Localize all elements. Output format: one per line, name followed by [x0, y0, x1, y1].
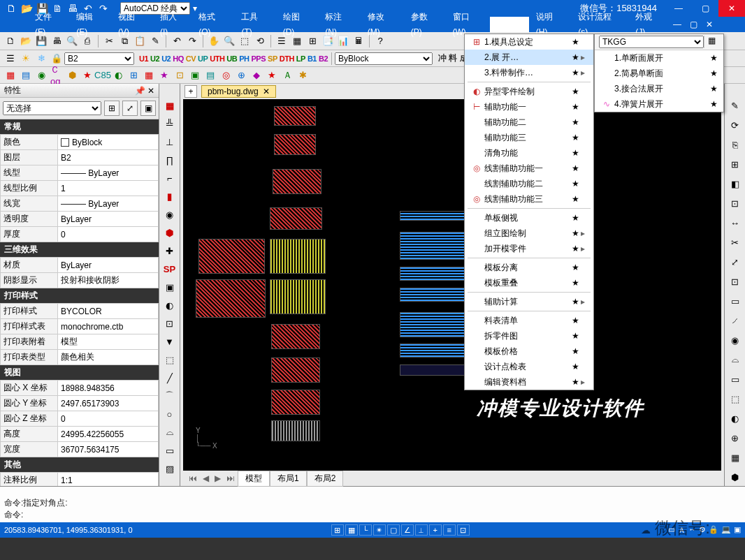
ctx-item[interactable]: 编辑资料档★▸	[465, 374, 593, 390]
vt-arc[interactable]: ⌓	[162, 425, 178, 440]
icon-b2[interactable]: B2	[318, 54, 328, 64]
icon-ph[interactable]: PH	[238, 54, 249, 64]
rt-20[interactable]: ⬢	[728, 469, 743, 485]
close-button[interactable]: ✕	[718, 0, 745, 17]
tb-copy-icon[interactable]: ⧉	[117, 34, 131, 48]
val-h[interactable]: 24995.42256055	[58, 427, 159, 442]
rt-19[interactable]: ▦	[728, 450, 743, 465]
tb-prop-icon[interactable]: ☰	[275, 34, 289, 48]
vt-hatch[interactable]: ▨	[162, 461, 178, 476]
ctx-item[interactable]: 辅助功能二★	[465, 115, 593, 130]
icon-lp[interactable]: LP	[296, 54, 306, 64]
rt-8[interactable]: ✂	[728, 235, 743, 250]
tb-zoomwin-icon[interactable]: ⬚	[238, 34, 252, 48]
icon-hq[interactable]: HQ	[172, 54, 185, 64]
x-btn7[interactable]: C85	[96, 68, 110, 82]
dyn-toggle[interactable]: +	[429, 524, 442, 536]
submenu-item[interactable]: 1.单断面展开★	[595, 50, 723, 66]
x-btn1[interactable]: ▦	[3, 68, 17, 82]
home-tab-icon[interactable]: +	[185, 85, 197, 98]
x-btn14[interactable]: ▤	[203, 68, 217, 82]
ctx-item[interactable]: 组立图绘制★▸	[465, 226, 593, 241]
icon-uth[interactable]: UTH	[209, 54, 225, 64]
x-btn11[interactable]: ★	[157, 68, 171, 82]
lock-toggle[interactable]: 🔒	[709, 525, 718, 536]
close-tab-icon[interactable]: ✕	[263, 87, 270, 96]
val-cz[interactable]: 0	[58, 411, 159, 427]
tkgg-combo[interactable]: TKGG	[599, 36, 704, 48]
rt-13[interactable]: ◉	[728, 332, 743, 348]
vt-14[interactable]: ▼	[162, 334, 178, 349]
vt-12[interactable]: ◐	[162, 297, 178, 313]
otrack-toggle[interactable]: ∠	[401, 524, 414, 536]
x-btn3[interactable]: ◉	[34, 68, 48, 82]
doc-max-icon[interactable]: ▢	[686, 20, 702, 29]
vt-rect[interactable]: ▭	[162, 443, 178, 458]
rt-18[interactable]: ⊕	[728, 430, 743, 445]
rt-2[interactable]: ⟳	[728, 117, 743, 133]
icon-pps[interactable]: PPS	[251, 54, 267, 64]
ctx-item[interactable]: 设计点检表★	[465, 359, 593, 374]
ctx-item[interactable]: 辅助计算★▸	[465, 294, 593, 309]
val-ltype[interactable]: ——— ByLayer	[58, 165, 159, 181]
ortho-toggle[interactable]: └	[359, 524, 372, 536]
ctx-item[interactable]: 模板分离★	[465, 260, 593, 275]
rt-7[interactable]: ↔	[728, 215, 743, 230]
hw-toggle[interactable]: 💻	[721, 525, 731, 536]
val-ascale[interactable]: 1:1	[58, 473, 159, 487]
tb-zoom-icon[interactable]: 🔍	[222, 34, 236, 48]
rt-11[interactable]: ▭	[728, 293, 743, 309]
new-icon[interactable]: 🗋	[6, 3, 17, 14]
layout-next-icon[interactable]: ▶	[212, 473, 224, 483]
vt-15[interactable]: ⬚	[162, 352, 178, 367]
ctx-item[interactable]: 2.展 开…★▸	[465, 50, 593, 65]
layer-freeze-icon[interactable]: ❄	[34, 52, 48, 66]
ctx-item[interactable]: 拆零件图★	[465, 328, 593, 344]
linetype-combo[interactable]: ByBlock	[335, 52, 433, 65]
x-btn8[interactable]: ◐	[111, 68, 125, 82]
rt-12[interactable]: ⟋	[728, 313, 743, 328]
val-layer[interactable]: B2	[58, 150, 159, 165]
rt-3[interactable]: ⎘	[728, 137, 743, 152]
x-btn6[interactable]: ★	[80, 68, 94, 82]
ctx-item[interactable]: ◐异型零件绘制★	[465, 84, 593, 99]
command-window[interactable]: 命令:指定对角点: 命令: ☁ 微信号:	[0, 486, 745, 522]
ctx-item[interactable]: ⊢辅助功能一★	[465, 99, 593, 115]
pickadd-button[interactable]: ⤢	[122, 101, 138, 116]
layer-manager-icon[interactable]: ☰	[3, 52, 17, 66]
vt-10[interactable]: SP	[162, 261, 178, 277]
val-lweight[interactable]: ——— ByLayer	[58, 196, 159, 212]
layout-first-icon[interactable]: ⏮	[186, 473, 200, 483]
tb-open-icon[interactable]: 📂	[19, 34, 33, 48]
grid-toggle[interactable]: ▦	[345, 524, 358, 536]
tb-calc-icon[interactable]: 🖩	[352, 34, 366, 48]
val-transp[interactable]: ByLayer	[58, 212, 159, 227]
rt-9[interactable]: ⤢	[728, 254, 743, 270]
ctx-item[interactable]: 3.料带制作…★▸	[465, 65, 593, 80]
ducs-toggle[interactable]: ⟂	[415, 524, 428, 536]
x-btn19[interactable]: Ａ	[280, 68, 294, 82]
val-pstyle[interactable]: BYCOLOR	[58, 304, 159, 319]
layout-model[interactable]: 模型	[238, 471, 270, 487]
rt-14[interactable]: ⌓	[728, 352, 743, 367]
x-btn18[interactable]: ★	[265, 68, 279, 82]
ctx-item[interactable]: 模板重叠★	[465, 275, 593, 290]
tb-markup-icon[interactable]: 📊	[336, 34, 350, 48]
minimize-button[interactable]: —	[665, 0, 692, 17]
val-ltscale[interactable]: 1	[58, 181, 159, 196]
layer-state-icon[interactable]: ☀	[19, 52, 33, 66]
lwt-toggle[interactable]: ≡	[443, 524, 456, 536]
val-thick[interactable]: 0	[58, 227, 159, 242]
x-btn2[interactable]: ▤	[19, 68, 33, 82]
tb-redo-icon[interactable]: ↷	[185, 34, 199, 48]
document-tab[interactable]: pbm-bug.dwg✕	[201, 85, 276, 98]
icon-sp[interactable]: SP	[267, 54, 278, 64]
val-cx[interactable]: 18988.948356	[58, 381, 159, 396]
vt-1[interactable]: ▦	[162, 98, 178, 113]
ctx-item[interactable]: 线割辅助功能二★	[465, 176, 593, 191]
rt-16[interactable]: ⬚	[728, 391, 743, 406]
tb-paste-icon[interactable]: 📋	[133, 34, 147, 48]
val-cy[interactable]: 2497.65173903	[58, 396, 159, 411]
qp-toggle[interactable]: ⊡	[457, 524, 470, 536]
val-ptype[interactable]: 颜色相关	[58, 350, 159, 365]
